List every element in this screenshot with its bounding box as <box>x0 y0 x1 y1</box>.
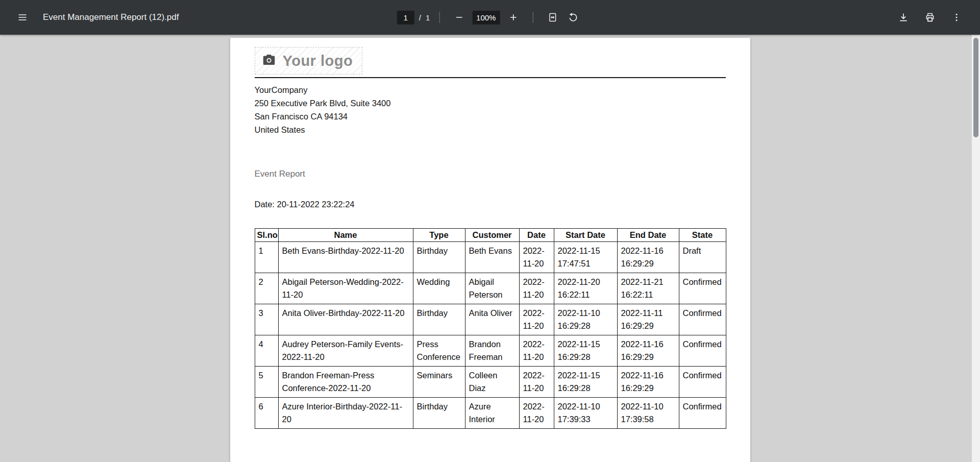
cell-type: Birthday <box>413 242 465 273</box>
download-button[interactable] <box>893 7 914 28</box>
table-row: 2 Abigail Peterson-Wedding-2022-11-20 We… <box>255 273 726 304</box>
cell-name: Beth Evans-Birthday-2022-11-20 <box>278 242 413 273</box>
cell-name: Brandon Freeman-Press Conference-2022-11… <box>278 367 413 398</box>
header-name: Name <box>278 229 413 242</box>
more-options-button[interactable] <box>946 7 967 28</box>
hamburger-menu-icon <box>17 12 28 22</box>
toolbar-divider <box>439 12 439 23</box>
table-row: 4 Audrey Peterson-Family Events-2022-11-… <box>255 335 726 367</box>
header-end-date: End Date <box>617 229 679 242</box>
cell-slno: 3 <box>255 304 278 335</box>
event-table: Sl.no Name Type Customer Date Start Date… <box>255 228 726 429</box>
cell-customer: Beth Evans <box>465 242 519 273</box>
print-icon <box>925 12 935 22</box>
company-city: San Francisco CA 94134 <box>255 110 726 123</box>
cell-type: Press Conference <box>413 335 465 367</box>
pdf-toolbar: Event Management Report (12).pdf / 1 100… <box>0 0 980 35</box>
cell-state: Draft <box>679 242 726 273</box>
header-state: State <box>679 229 726 242</box>
cell-state: Confirmed <box>679 304 726 335</box>
cell-start-date: 2022-11-20 16:22:11 <box>554 273 617 304</box>
company-address-block: YourCompany 250 Executive Park Blvd, Sui… <box>255 83 726 136</box>
cell-customer: Anita Oliver <box>465 304 519 335</box>
cell-start-date: 2022-11-15 16:29:28 <box>554 335 617 367</box>
cell-customer: Azure Interior <box>465 398 519 429</box>
cell-date: 2022-11-20 <box>519 242 554 273</box>
page-separator: / <box>419 13 421 22</box>
cell-date: 2022-11-20 <box>519 367 554 398</box>
cell-type: Birthday <box>413 398 465 429</box>
table-row: 1 Beth Evans-Birthday-2022-11-20 Birthda… <box>255 242 726 273</box>
cell-state: Confirmed <box>679 273 726 304</box>
toolbar-center-controls: / 1 100% <box>397 0 583 35</box>
cell-name: Abigail Peterson-Wedding-2022-11-20 <box>278 273 413 304</box>
company-logo-placeholder: Your logo <box>255 47 363 75</box>
header-type: Type <box>413 229 465 242</box>
cell-date: 2022-11-20 <box>519 273 554 304</box>
cell-customer: Brandon Freeman <box>465 335 519 367</box>
toolbar-divider <box>532 12 533 23</box>
report-date: Date: 20-11-2022 23:22:24 <box>255 200 726 209</box>
cell-slno: 5 <box>255 367 278 398</box>
cell-type: Wedding <box>413 273 465 304</box>
toolbar-left: Event Management Report (12).pdf <box>0 7 179 28</box>
download-icon <box>898 12 909 22</box>
cell-start-date: 2022-11-15 17:47:51 <box>554 242 617 273</box>
cell-slno: 2 <box>255 273 278 304</box>
cell-name: Audrey Peterson-Family Events-2022-11-20 <box>278 335 413 367</box>
cell-date: 2022-11-20 <box>519 304 554 335</box>
camera-icon <box>261 52 277 69</box>
cell-end-date: 2022-11-11 16:29:29 <box>617 304 679 335</box>
print-button[interactable] <box>920 7 940 28</box>
zoom-in-button[interactable] <box>503 7 523 28</box>
fit-to-page-button[interactable] <box>542 7 562 28</box>
cell-start-date: 2022-11-10 16:29:28 <box>554 304 617 335</box>
company-name: YourCompany <box>255 83 726 96</box>
cell-type: Birthday <box>413 304 465 335</box>
cell-start-date: 2022-11-10 17:39:33 <box>554 398 617 429</box>
cell-end-date: 2022-11-16 16:29:29 <box>617 367 679 398</box>
cell-slno: 6 <box>255 398 278 429</box>
cell-slno: 4 <box>255 335 278 367</box>
viewer-content: Your logo YourCompany 250 Executive Park… <box>0 35 980 462</box>
company-street: 250 Executive Park Blvd, Suite 3400 <box>255 96 726 110</box>
scrollbar-thumb[interactable] <box>973 38 978 137</box>
zoom-level-display[interactable]: 100% <box>472 11 500 25</box>
vertical-scrollbar[interactable] <box>972 35 980 462</box>
cell-name: Anita Oliver-Birthday-2022-11-20 <box>278 304 413 335</box>
toolbar-right <box>893 7 980 28</box>
kebab-menu-icon <box>951 12 962 22</box>
table-row: 6 Azure Interior-Birthday-2022-11-20 Bir… <box>255 398 726 429</box>
table-row: 5 Brandon Freeman-Press Conference-2022-… <box>255 367 726 398</box>
fit-to-page-icon <box>547 12 557 22</box>
table-header-row: Sl.no Name Type Customer Date Start Date… <box>255 229 726 242</box>
cell-customer: Abigail Peterson <box>465 273 519 304</box>
rotate-button[interactable] <box>562 7 583 28</box>
page-number-input[interactable] <box>397 11 414 25</box>
header-start-date: Start Date <box>554 229 617 242</box>
cell-state: Confirmed <box>679 367 726 398</box>
cell-end-date: 2022-11-16 16:29:29 <box>617 242 679 273</box>
cell-start-date: 2022-11-15 16:29:28 <box>554 367 617 398</box>
table-row: 3 Anita Oliver-Birthday-2022-11-20 Birth… <box>255 304 726 335</box>
cell-slno: 1 <box>255 242 278 273</box>
report-title: Event Report <box>255 169 726 179</box>
logo-text: Your logo <box>283 53 353 69</box>
zoom-out-button[interactable] <box>449 7 469 28</box>
cell-state: Confirmed <box>679 398 726 429</box>
plus-icon <box>508 12 518 22</box>
cell-state: Confirmed <box>679 335 726 367</box>
header-date: Date <box>519 229 554 242</box>
cell-type: Seminars <box>413 367 465 398</box>
cell-customer: Colleen Diaz <box>465 367 519 398</box>
header-slno: Sl.no <box>255 229 278 242</box>
minus-icon <box>454 12 464 22</box>
pdf-page: Your logo YourCompany 250 Executive Park… <box>230 38 750 462</box>
header-divider <box>255 77 726 78</box>
document-title: Event Management Report (12).pdf <box>43 12 179 22</box>
cell-date: 2022-11-20 <box>519 335 554 367</box>
cell-end-date: 2022-11-21 16:22:11 <box>617 273 679 304</box>
company-country: United States <box>255 123 726 136</box>
menu-button[interactable] <box>12 7 33 28</box>
cell-name: Azure Interior-Birthday-2022-11-20 <box>278 398 413 429</box>
